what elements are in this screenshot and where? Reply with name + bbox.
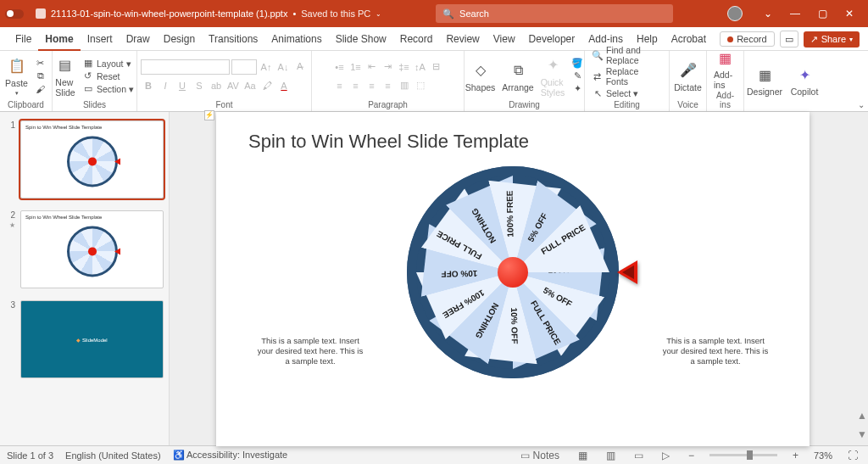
- font-family-input[interactable]: [141, 59, 230, 75]
- line-spacing-button[interactable]: ‡≡: [397, 59, 412, 75]
- slide-thumbnail-3[interactable]: ◆ SlideModel: [20, 300, 164, 378]
- next-slide-button[interactable]: ▼: [857, 428, 867, 440]
- numbers-button[interactable]: 1≡: [348, 59, 364, 75]
- accessibility-indicator[interactable]: ♿ Accessibility: Investigate: [173, 450, 288, 461]
- tab-review[interactable]: Review: [439, 30, 486, 50]
- quick-styles-button[interactable]: ✦Quick Styles: [539, 55, 567, 98]
- increase-font-button[interactable]: A↑: [259, 59, 274, 75]
- reset-button[interactable]: ↺Reset: [81, 70, 136, 82]
- tab-acrobat[interactable]: Acrobat: [665, 30, 713, 50]
- slide-indicator[interactable]: Slide 1 of 3: [7, 450, 53, 461]
- designer-button[interactable]: ▦Designer: [745, 64, 784, 97]
- find-replace-button[interactable]: 🔍Find and Replace: [590, 45, 664, 65]
- animation-tag-icon[interactable]: ⚡: [204, 110, 214, 120]
- designer-icon: ▦: [754, 64, 775, 85]
- ribbon-mode-button[interactable]: ⌄: [754, 0, 782, 27]
- section-button[interactable]: ▭Section ▾: [81, 83, 136, 95]
- italic-button[interactable]: I: [158, 78, 173, 93]
- arrange-button[interactable]: ⧉Arrange: [500, 60, 535, 92]
- align-text-button[interactable]: ⊟: [429, 59, 444, 75]
- zoom-level[interactable]: 73%: [814, 450, 832, 461]
- tab-view[interactable]: View: [487, 30, 522, 50]
- sample-text-right[interactable]: This is a sample text. Insert your desir…: [660, 336, 771, 367]
- collapse-ribbon-button[interactable]: ⌄: [858, 100, 865, 109]
- zoom-slider[interactable]: [709, 454, 777, 456]
- share-button[interactable]: ↗Share▾: [804, 31, 860, 48]
- tab-animations[interactable]: Animations: [264, 30, 328, 50]
- slide-canvas[interactable]: ⚡ Spin to Win Wheel Slide Template This …: [170, 112, 856, 445]
- indent-dec-button[interactable]: ⇤: [364, 59, 380, 75]
- prev-slide-button[interactable]: ▲: [857, 410, 867, 422]
- text-direction-button[interactable]: ↕A: [413, 59, 428, 75]
- layout-button[interactable]: ▦Layout ▾: [81, 58, 136, 70]
- columns-button[interactable]: ▥: [397, 78, 412, 93]
- spacing-button[interactable]: AV: [225, 78, 241, 93]
- font-size-input[interactable]: [231, 59, 257, 75]
- tab-record[interactable]: Record: [393, 30, 440, 50]
- slideshow-view-button[interactable]: ▷: [659, 450, 673, 461]
- align-left-button[interactable]: ≡: [332, 78, 348, 93]
- tab-insert[interactable]: Insert: [81, 30, 120, 50]
- new-slide-button[interactable]: ▤ New Slide: [53, 55, 77, 98]
- addins-button[interactable]: ▦Add-ins: [712, 48, 738, 90]
- bold-button[interactable]: B: [141, 78, 156, 93]
- present-button[interactable]: ▭: [780, 31, 798, 48]
- strike-button[interactable]: S: [192, 78, 207, 93]
- replace-fonts-button[interactable]: ⇄Replace Fonts: [590, 66, 664, 87]
- sample-text-left[interactable]: This is a sample text. Insert your desir…: [255, 336, 365, 367]
- paste-button[interactable]: 📋 Paste ▾: [3, 56, 30, 97]
- tab-design[interactable]: Design: [157, 30, 202, 50]
- notes-button[interactable]: ▭ Notes: [517, 450, 563, 461]
- ribbon: 📋 Paste ▾ ✂ ⧉ 🖌 Clipboard ▤ New Slide ▦L…: [0, 51, 868, 112]
- tab-transitions[interactable]: Transitions: [202, 30, 264, 50]
- search-box[interactable]: 🔍 Search: [436, 4, 673, 23]
- spin-wheel[interactable]: 100% FREE5% OFFFULL PRICE10% OFFNOTHING1…: [407, 166, 619, 378]
- shape-fill-button[interactable]: 🪣: [570, 58, 585, 70]
- slide-thumbnail-1[interactable]: Spin to Win Wheel Slide Template: [20, 120, 164, 198]
- language-indicator[interactable]: English (United States): [65, 450, 161, 461]
- tab-developer[interactable]: Developer: [522, 30, 582, 50]
- align-center-button[interactable]: ≡: [348, 78, 364, 93]
- reading-view-button[interactable]: ▭: [631, 450, 647, 461]
- sorter-view-button[interactable]: ▥: [603, 450, 619, 461]
- select-button[interactable]: ↖Select ▾: [590, 87, 664, 99]
- cut-button[interactable]: ✂: [33, 58, 48, 70]
- tab-draw[interactable]: Draw: [120, 30, 157, 50]
- copy-button[interactable]: ⧉: [33, 70, 48, 82]
- slide-title[interactable]: Spin to Win Wheel Slide Template: [248, 131, 529, 153]
- highlight-button[interactable]: 🖍: [259, 78, 275, 93]
- maximize-button[interactable]: ▢: [809, 0, 836, 27]
- close-button[interactable]: ✕: [836, 0, 863, 27]
- font-color-button[interactable]: A: [276, 78, 292, 93]
- case-button[interactable]: Aa: [242, 78, 258, 93]
- autosave-toggle[interactable]: [5, 9, 31, 19]
- underline-button[interactable]: U: [175, 78, 190, 93]
- indent-inc-button[interactable]: ⇥: [381, 59, 396, 75]
- document-title[interactable]: 21113-01-spin-to-win-wheel-powerpoint-te…: [36, 8, 381, 19]
- copilot-button[interactable]: ✦Copilot: [789, 64, 821, 97]
- shape-effects-button[interactable]: ✦: [570, 83, 585, 95]
- shape-outline-button[interactable]: ✎: [570, 70, 585, 82]
- tab-home[interactable]: Home: [38, 30, 80, 51]
- record-button[interactable]: Record: [720, 31, 774, 47]
- bullets-button[interactable]: •≡: [332, 59, 348, 75]
- zoom-in-button[interactable]: +: [789, 450, 802, 461]
- slide-thumbnail-2[interactable]: Spin to Win Wheel Slide Template: [20, 210, 164, 288]
- fit-window-button[interactable]: ⛶: [844, 450, 861, 461]
- tab-file[interactable]: File: [8, 30, 38, 50]
- user-avatar[interactable]: [727, 6, 743, 21]
- shapes-button[interactable]: ◇Shapes: [464, 60, 498, 92]
- normal-view-button[interactable]: ▦: [575, 450, 591, 461]
- clear-format-button[interactable]: A̶: [292, 59, 308, 75]
- dictate-button[interactable]: 🎤Dictate: [672, 60, 704, 92]
- align-right-button[interactable]: ≡: [364, 78, 380, 93]
- shadow-button[interactable]: ab: [209, 78, 224, 93]
- section-icon: ▭: [82, 83, 94, 95]
- zoom-out-button[interactable]: −: [685, 450, 698, 461]
- justify-button[interactable]: ≡: [381, 78, 396, 93]
- tab-slide-show[interactable]: Slide Show: [329, 30, 393, 50]
- decrease-font-button[interactable]: A↓: [275, 59, 291, 75]
- minimize-button[interactable]: —: [782, 0, 809, 27]
- smartart-button[interactable]: ⬚: [413, 78, 428, 93]
- format-painter-button[interactable]: 🖌: [33, 83, 48, 95]
